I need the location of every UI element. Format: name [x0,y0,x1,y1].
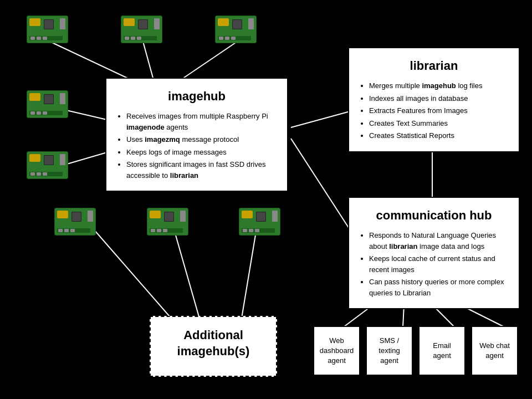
imagehub-list: Receives images from multiple Raspberry … [116,111,277,181]
web-dashboard-agent-box: Web dashboard agent [313,326,360,376]
librarian-title: librarian [359,57,509,75]
rpi-1 [25,14,69,44]
librarian-bullet-5: Creates Statistical Reports [369,130,509,141]
librarian-box: librarian Merges multiple imagehub log f… [348,47,520,152]
svg-line-9 [291,139,352,233]
additional-imagehubs-title: Additional imagehub(s) [161,328,266,359]
communication-hub-list: Responds to Natural Language Queries abo… [359,230,509,298]
comm-bullet-1: Responds to Natural Language Queries abo… [369,230,509,252]
email-agent-label: Email agent [424,341,460,361]
librarian-list: Merges multiple imagehub log files Index… [359,80,509,141]
imagehub-bullet-3: Keeps logs of image messages [126,147,277,158]
rpi-2 [119,14,163,44]
librarian-bullet-2: Indexes all images in database [369,93,509,104]
rpi-3 [213,14,258,44]
imagehub-title: imagehub [116,87,277,105]
web-chat-agent-label: Web chat agent [477,341,513,361]
comm-bullet-3: Can pass history queries or more complex… [369,277,509,298]
librarian-bullet-3: Extracts Features from Images [369,105,509,116]
communication-hub-title: communication hub [359,206,509,224]
imagehub-bullet-4: Stores significant images in fast SSD dr… [126,159,277,181]
svg-line-8 [291,111,352,127]
rpi-5 [25,150,69,180]
imagehub-box: imagehub Receives images from multiple R… [105,78,288,192]
rpi-7 [145,206,190,237]
sms-texting-agent-box: SMS / texting agent [366,326,413,376]
rpi-6 [53,206,97,237]
imagehub-bullet-2: Uses imagezmq message protocol [126,134,277,145]
communication-hub-box: communication hub Responds to Natural La… [348,197,520,309]
sms-texting-agent-label: SMS / texting agent [371,336,407,366]
imagehub-bullet-1: Receives images from multiple Raspberry … [126,111,277,132]
additional-imagehubs-box: Additional imagehub(s) [150,316,277,377]
email-agent-box: Email agent [418,326,466,376]
rpi-8 [237,206,282,237]
librarian-bullet-1: Merges multiple imagehub log files [369,80,509,91]
rpi-4 [25,89,69,119]
web-dashboard-agent-label: Web dashboard agent [319,336,355,366]
librarian-bullet-4: Creates Text Summaries [369,118,509,129]
comm-bullet-2: Keeps local cache of current status and … [369,253,509,275]
web-chat-agent-box: Web chat agent [471,326,518,376]
